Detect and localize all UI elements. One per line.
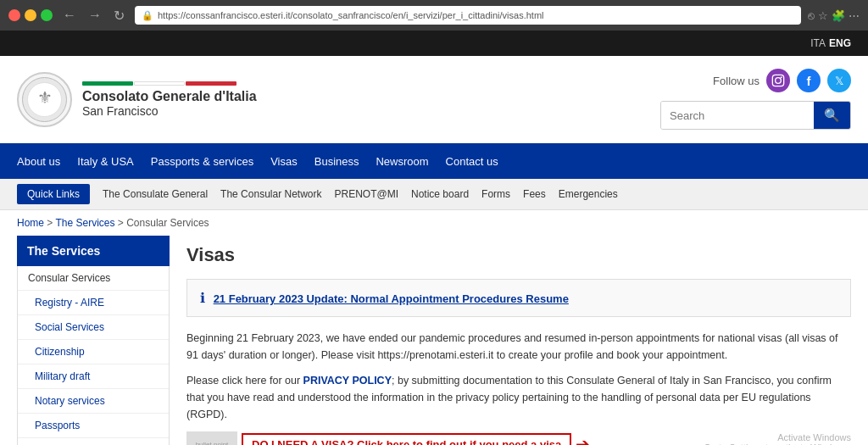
nav-visas[interactable]: Visas: [270, 155, 298, 168]
visa-cta-link[interactable]: DO I NEED A VISA? Click here to find out…: [242, 433, 571, 446]
notice-box: ℹ 21 February 2023 Update: Normal Appoin…: [186, 279, 851, 317]
star-icon[interactable]: ☆: [818, 9, 828, 22]
visa-link-box: bullet point DO I NEED A VISA? Click her…: [186, 431, 851, 445]
ql-emergencies[interactable]: Emergencies: [559, 188, 618, 200]
notice-title[interactable]: 21 February 2023 Update: Normal Appointm…: [214, 292, 569, 305]
site-location: San Francisco: [82, 104, 257, 118]
breadcrumb-sep2: >: [118, 217, 126, 229]
flag-green: [82, 81, 133, 86]
site-header: ⚜ Consolato Generale d'Italia San Franci…: [0, 56, 868, 143]
arrow-annotation: ➔: [576, 434, 590, 445]
sidebar-item-pensions[interactable]: Pensions: [18, 438, 169, 445]
close-button[interactable]: [8, 9, 20, 21]
svg-rect-3: [772, 75, 783, 86]
svg-point-4: [776, 78, 782, 84]
ql-forms[interactable]: Forms: [481, 188, 510, 200]
ql-consular-network[interactable]: The Consular Network: [220, 188, 321, 200]
breadcrumb-services[interactable]: The Services: [55, 217, 114, 229]
sidebar-item-passports[interactable]: Passports: [18, 414, 169, 438]
header-right: Follow us f 𝕏 🔍: [660, 69, 851, 130]
notice-icon: ℹ: [200, 291, 205, 305]
lock-icon: 🔒: [142, 10, 153, 21]
browser-chrome: ← → ↻ 🔒 https://conssanfrancisco.esteri.…: [0, 0, 868, 31]
privacy-policy-link[interactable]: PRIVACY POLICY: [303, 375, 392, 387]
twitter-icon[interactable]: 𝕏: [827, 69, 851, 92]
svg-point-5: [781, 76, 782, 78]
ql-consulate-general[interactable]: The Consulate General: [103, 188, 208, 200]
address-bar[interactable]: 🔒 https://conssanfrancisco.esteri.it/con…: [135, 6, 801, 25]
notice-title-link[interactable]: 21 February 2023 Update: Normal Appointm…: [214, 292, 569, 305]
share-icon[interactable]: ⎋: [808, 9, 815, 22]
search-box: 🔍: [660, 101, 851, 130]
maximize-button[interactable]: [41, 9, 53, 21]
sidebar-item-citizenship[interactable]: Citizenship: [18, 340, 169, 364]
site-title: Consolato Generale d'Italia San Francisc…: [82, 81, 257, 118]
nav-business[interactable]: Business: [314, 155, 359, 168]
nav-contact[interactable]: Contact us: [446, 155, 498, 168]
site-name: Consolato Generale d'Italia: [82, 89, 257, 104]
logo-area: ⚜ Consolato Generale d'Italia San Franci…: [17, 72, 257, 127]
paragraph1: Beginning 21 February 2023, we have ende…: [186, 330, 851, 364]
breadcrumb-home[interactable]: Home: [17, 217, 44, 229]
breadcrumb-sep1: >: [47, 217, 55, 229]
instagram-icon[interactable]: [766, 69, 790, 92]
flag-white: [134, 81, 185, 86]
follow-us-label: Follow us: [713, 75, 760, 87]
ql-prenotami[interactable]: PRENOT@MI: [335, 188, 399, 200]
forward-button[interactable]: →: [85, 6, 105, 25]
flag-red: [186, 81, 236, 86]
extension-icon[interactable]: 🧩: [832, 9, 845, 22]
flag-bar: [82, 81, 257, 86]
browser-actions: ⎋ ☆ 🧩 ⋯: [808, 9, 860, 22]
quicklinks-bar: Quick Links The Consulate General The Co…: [0, 179, 868, 210]
more-icon[interactable]: ⋯: [849, 9, 860, 22]
breadcrumb: Home > The Services > Consular Services: [0, 210, 868, 236]
lang-ita[interactable]: ITA: [810, 37, 826, 49]
reload-button[interactable]: ↻: [110, 6, 128, 25]
back-button[interactable]: ←: [59, 6, 80, 25]
sidebar-item-notary[interactable]: Notary services: [18, 389, 169, 414]
ql-fees[interactable]: Fees: [523, 188, 546, 200]
sidebar-item-registry[interactable]: Registry - AIRE: [18, 291, 169, 315]
language-bar: ITA ENG: [0, 31, 868, 56]
nav-italy-usa[interactable]: Italy & USA: [77, 155, 133, 168]
logo-image: ⚜: [17, 72, 72, 127]
main-nav: About us Italy & USA Passports & service…: [0, 143, 868, 179]
sidebar-title[interactable]: The Services: [17, 236, 170, 266]
content-layout: The Services Consular Services Registry …: [0, 236, 868, 445]
search-input[interactable]: [661, 102, 814, 129]
paragraph2-prefix: Please click here for our: [186, 375, 303, 387]
quick-links-button[interactable]: Quick Links: [17, 184, 90, 204]
sidebar-item-social[interactable]: Social Services: [18, 315, 169, 340]
sidebar-section: Consular Services Registry - AIRE Social…: [17, 266, 170, 445]
svg-text:⚜: ⚜: [37, 88, 53, 107]
minimize-button[interactable]: [25, 9, 36, 21]
nav-about-us[interactable]: About us: [17, 155, 60, 168]
bullet-point-image: bullet point: [186, 431, 237, 445]
facebook-icon[interactable]: f: [797, 69, 821, 92]
sidebar: The Services Consular Services Registry …: [17, 236, 170, 445]
social-area: Follow us f 𝕏: [713, 69, 851, 92]
ql-notice-board[interactable]: Notice board: [411, 188, 469, 200]
paragraph2: Please click here for our PRIVACY POLICY…: [186, 372, 851, 423]
activate-watermark: Activate Windows Go to Settings to activ…: [704, 432, 851, 445]
main-content: Visas ℹ 21 February 2023 Update: Normal …: [186, 236, 851, 445]
browser-buttons: [8, 9, 53, 21]
sidebar-item-consular[interactable]: Consular Services: [18, 266, 169, 291]
search-button[interactable]: 🔍: [814, 102, 850, 129]
browser-nav: ← → ↻: [59, 6, 128, 25]
page-title: Visas: [186, 244, 851, 266]
nav-passports[interactable]: Passports & services: [151, 155, 253, 168]
sidebar-item-military[interactable]: Military draft: [18, 364, 169, 389]
url-text: https://conssanfrancisco.esteri.it/conso…: [158, 10, 544, 20]
nav-newsroom[interactable]: Newsroom: [376, 155, 428, 168]
breadcrumb-consular: Consular Services: [126, 217, 209, 229]
lang-eng[interactable]: ENG: [829, 37, 851, 49]
